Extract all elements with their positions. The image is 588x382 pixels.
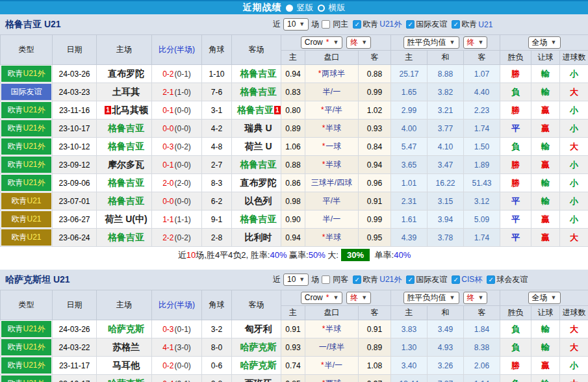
type-label: 欧青 <box>7 105 23 114</box>
avg-draw: 3.26 <box>428 357 464 375</box>
final-odds-select[interactable]: 终▼ <box>346 292 371 304</box>
col-score: 比分(半场) <box>152 35 202 65</box>
type-label: 国际友谊 <box>11 87 42 96</box>
handicap-star: * <box>322 233 326 242</box>
handicap-label: 半/一 <box>323 87 340 96</box>
results-table: 类型 日期 主场 比分(半场) 角球 客场 Crow*▼ 终▼ 胜平负均 <box>0 290 588 382</box>
handicap-star: * <box>321 105 324 114</box>
league-checkbox[interactable]: ✓ <box>452 275 460 284</box>
home-team: 格鲁吉亚 <box>97 174 152 192</box>
final-avg-select[interactable]: 终▼ <box>463 36 488 49</box>
near-count-value: 10 <box>287 19 296 29</box>
result-goals: 大 <box>560 83 588 101</box>
scope-select[interactable]: 全场▼ <box>528 36 561 49</box>
final-odds-select[interactable]: 终▼ <box>346 36 371 49</box>
avg-home: 3.83 <box>391 320 428 338</box>
section-divider <box>0 264 588 270</box>
same-side-checkbox[interactable] <box>322 275 330 284</box>
col-corner: 角球 <box>202 290 232 320</box>
corner-score: 2-8 <box>202 229 232 247</box>
final-avg-select[interactable]: 终▼ <box>463 292 488 304</box>
handicap-star: * <box>322 123 326 133</box>
league-checkbox[interactable]: ✓ <box>406 275 415 284</box>
avg-type-select[interactable]: 胜平负均值▼ <box>403 36 459 49</box>
result-handicap: 贏 <box>531 101 560 120</box>
horizontal-layout-radio[interactable] <box>318 5 325 12</box>
avg-draw: 3.15 <box>428 192 464 210</box>
avg-home: 2.99 <box>391 101 428 120</box>
type-label: 欧青 <box>7 178 23 187</box>
match-date: 23-10-17 <box>53 375 97 382</box>
near-count-value: 10 <box>287 275 296 285</box>
avg-away: 3.12 <box>464 192 500 210</box>
scope-select[interactable]: 全场▼ <box>528 292 561 304</box>
team-label: 苏格兰 <box>112 342 140 352</box>
halftime-score: (1-0) <box>175 88 191 97</box>
avg-type-select[interactable]: 胜平负均值▼ <box>403 292 459 304</box>
handicap-cell: *半球 <box>305 156 359 174</box>
result-handicap: 輸 <box>531 192 560 210</box>
chevron-down-icon: ▼ <box>551 293 557 303</box>
corner-score: 7-6 <box>202 83 232 101</box>
vertical-layout-label[interactable]: 竖版 <box>297 2 314 14</box>
summary-segment: 场,胜4平4负2, 胜率: <box>196 250 270 260</box>
league-checkbox[interactable]: ✓ <box>487 275 495 284</box>
avg-draw: 4.93 <box>428 338 464 357</box>
away-team: 匈牙利 <box>232 320 281 338</box>
type-label: 欧青 <box>7 123 23 133</box>
vertical-layout-radio[interactable] <box>286 5 293 12</box>
near-count-select[interactable]: 10 ▼ <box>283 274 309 286</box>
league-checkbox[interactable]: ✓ <box>353 20 361 29</box>
bookmaker-select[interactable]: Crow*▼ <box>301 36 343 49</box>
league-checkbox[interactable]: ✓ <box>452 20 460 29</box>
league-checkbox[interactable]: ✓ <box>353 275 361 284</box>
corner-score: 2-8 <box>202 375 232 382</box>
team-label: 直布罗陀 <box>108 68 144 79</box>
halftime-score: (0-1) <box>175 379 191 382</box>
result-wdl: 平 <box>500 192 531 210</box>
bookmaker-select[interactable]: Crow*▼ <box>301 292 343 304</box>
handicap-cell: *两球 <box>305 375 359 382</box>
match-type-cell: 欧青U21外 <box>1 375 53 382</box>
fulltime-score: 2-0 <box>162 179 173 188</box>
league-type-badge: 欧青U21外 <box>1 321 51 337</box>
summary-segment: 大: <box>326 250 339 260</box>
near-count-select[interactable]: 10 ▼ <box>283 18 309 31</box>
match-score: 4-1(3-0) <box>152 338 202 357</box>
match-score: 2-1(1-0) <box>152 83 202 101</box>
corner-score: 6-2 <box>202 192 232 210</box>
league-type-badge: 欧青U21外 <box>1 138 51 155</box>
match-date: 23-07-01 <box>53 192 97 210</box>
match-row: 欧青U21外23-10-12格鲁吉亚0-3(0-2)4-8荷兰 U1.06*一球… <box>1 138 588 156</box>
avg-draw: 3.49 <box>428 320 464 338</box>
league-checkbox[interactable]: ✓ <box>406 20 415 29</box>
away-odds: 0.93 <box>359 120 391 138</box>
avg-home: 4.39 <box>391 229 428 247</box>
result-goals: 大 <box>560 138 588 156</box>
away-odds: 0.95 <box>359 229 391 247</box>
away-odds: 1.02 <box>359 101 391 120</box>
league-filter: ✓欧青U21外 <box>353 19 402 30</box>
league-type-badge: 欧青U21 <box>1 193 51 209</box>
corner-score: 3-1 <box>202 101 232 120</box>
type-label-en: U21外 <box>23 123 45 133</box>
team-label: 摩尔多瓦 <box>108 159 144 170</box>
avg-group-header: 胜平负均值▼ 终▼ <box>391 35 500 51</box>
league-type-badge: 欧青U21外 <box>1 357 51 374</box>
avg-home: 4.00 <box>391 120 428 138</box>
horizontal-layout-label[interactable]: 横版 <box>329 2 346 14</box>
league-filters: ✓欧青U21外✓国际友谊✓欧青U21 <box>351 19 492 30</box>
result-wdl: 平 <box>500 120 531 138</box>
chevron-down-icon: ▼ <box>361 293 367 303</box>
near-label: 近 <box>273 274 281 285</box>
same-side-checkbox[interactable] <box>322 20 330 29</box>
corner-score: 4-8 <box>202 138 232 156</box>
result-wdl: 勝 <box>500 156 531 174</box>
col-odds-away: 客 <box>359 306 391 320</box>
away-team: 哈萨克斯 <box>232 338 281 357</box>
league-label: 球会友谊 <box>496 274 528 285</box>
league-label-en: U21外 <box>379 274 402 285</box>
result-handicap: 輸 <box>531 174 560 192</box>
league-filters: ✓欧青U21外✓国际友谊✓CIS杯✓球会友谊 <box>351 274 528 285</box>
avg-draw: 3.78 <box>428 229 464 247</box>
